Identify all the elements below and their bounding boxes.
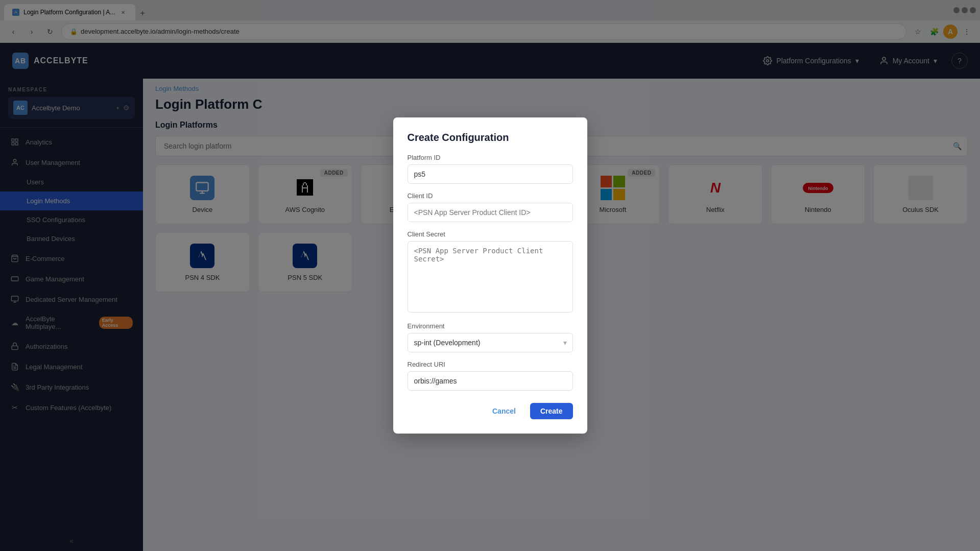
create-configuration-modal: Create Configuration Platform ID Client … (393, 117, 587, 434)
environment-select-wrap: sp-int (Development) sp-int (Production)… (408, 333, 573, 352)
client-id-input[interactable] (408, 203, 573, 222)
modal-overlay[interactable]: Create Configuration Platform ID Client … (0, 0, 980, 551)
environment-label: Environment (408, 322, 573, 330)
cancel-button[interactable]: Cancel (484, 403, 524, 419)
platform-id-group: Platform ID (408, 154, 573, 184)
client-secret-label: Client Secret (408, 230, 573, 238)
client-id-group: Client ID (408, 192, 573, 222)
platform-id-input[interactable] (408, 164, 573, 184)
redirect-uri-input[interactable] (408, 371, 573, 391)
platform-id-label: Platform ID (408, 154, 573, 161)
redirect-uri-group: Redirect URI (408, 361, 573, 391)
client-secret-group: Client Secret (408, 230, 573, 314)
modal-actions: Cancel Create (408, 403, 573, 419)
client-secret-textarea[interactable] (408, 241, 573, 313)
environment-select[interactable]: sp-int (Development) sp-int (Production)… (408, 333, 573, 352)
create-button[interactable]: Create (530, 403, 573, 419)
modal-title: Create Configuration (408, 132, 573, 143)
environment-group: Environment sp-int (Development) sp-int … (408, 322, 573, 352)
redirect-uri-label: Redirect URI (408, 361, 573, 368)
client-id-label: Client ID (408, 192, 573, 200)
